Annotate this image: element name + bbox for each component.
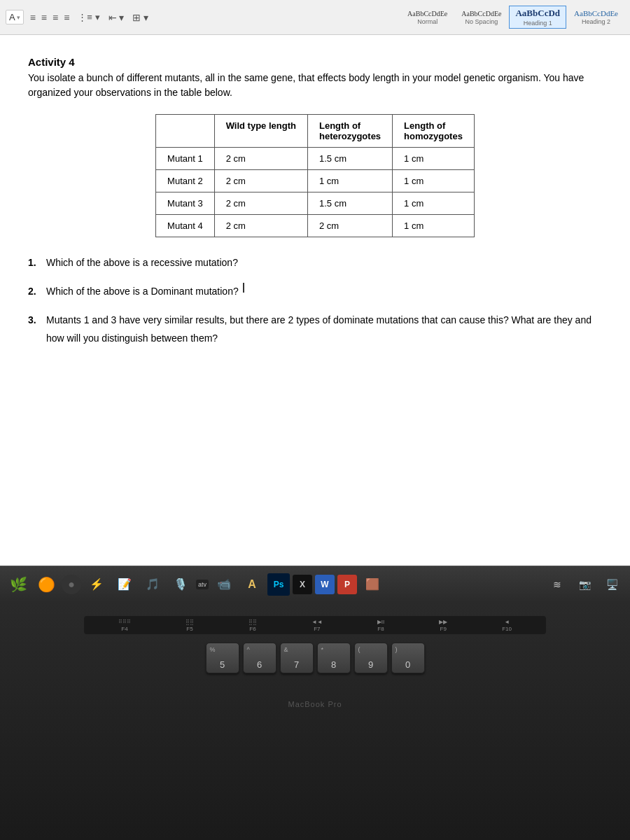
q2-text: Which of the above is a Dominant mutatio… — [46, 283, 239, 300]
fn-row-f7[interactable]: ◄◄ F7 — [307, 617, 327, 634]
fn-row-f5[interactable]: ⣿⣿ F5 — [181, 617, 198, 634]
taskbar-right: ≋ 📷 🖥️ — [545, 572, 624, 597]
key-5-top: % — [210, 646, 216, 653]
align-right-btn[interactable]: ≡ — [50, 10, 60, 24]
table-header-homo: Length ofhomozygotes — [393, 115, 475, 148]
key-7-top: & — [284, 646, 288, 653]
style-heading1-label: Heading 1 — [524, 20, 552, 27]
q1-text: Which of the above is a recessive mutati… — [46, 254, 238, 272]
style-heading2-label: Heading 2 — [582, 18, 610, 25]
toolbar-left: A ▾ ≡ ≡ ≡ ≡ ⋮≡ ▾ ⇤ ▾ ⊞ ▾ — [6, 10, 401, 24]
chrome-icon[interactable]: ● — [62, 575, 81, 594]
table-row: Mutant 1 2 cm 1.5 cm 1 cm — [156, 148, 475, 170]
key-8-top: * — [321, 646, 324, 653]
table-header-hetero: Length ofheterozygotes — [307, 115, 392, 148]
fn-row-f4[interactable]: ⠿⠿⠿ F4 — [114, 617, 135, 634]
key-8[interactable]: * 8 — [317, 643, 351, 673]
finder-icon[interactable]: 🌿 — [6, 572, 31, 597]
key-7[interactable]: & 7 — [280, 643, 314, 673]
atv-icon[interactable]: atv — [196, 580, 209, 589]
p-icon[interactable]: P — [337, 575, 357, 594]
style-heading1-preview: AaBbCcDd — [515, 8, 560, 19]
fn-row-f6[interactable]: ⣿⣿ F6 — [244, 617, 261, 634]
wifi-icon[interactable]: ≋ — [545, 572, 570, 597]
style-heading1[interactable]: AaBbCcDd Heading 1 — [509, 6, 566, 29]
mutant-1-wildtype: 2 cm — [214, 148, 307, 170]
style-normal-preview: AaBbCcDdEe — [407, 10, 447, 18]
slash-icon[interactable]: ⚡ — [84, 572, 109, 597]
alignment-group: ≡ ≡ ≡ ≡ — [28, 10, 72, 24]
notes-icon[interactable]: 📝 — [112, 572, 137, 597]
q2-number: 2. — [28, 283, 42, 300]
key-0[interactable]: ) 0 — [391, 643, 425, 673]
table-row: Mutant 3 2 cm 1.5 cm 1 cm — [156, 192, 475, 215]
key-0-top: ) — [396, 646, 398, 653]
mutant-4-hetero: 2 cm — [307, 215, 392, 237]
laptop-screen: A ▾ ≡ ≡ ≡ ≡ ⋮≡ ▾ ⇤ ▾ ⊞ ▾ AaBbCcDdEe Norm… — [0, 0, 630, 602]
keyboard-area: ⠿⠿⠿ F4 ⣿⣿ F5 ⣿⣿ F6 ◄◄ F7 ▶II F8 ▶▶ F9 ◄ … — [0, 602, 630, 840]
mutant-2-hetero: 1 cm — [307, 170, 392, 192]
podcast-icon[interactable]: 🎙️ — [168, 572, 193, 597]
mutant-3-wildtype: 2 cm — [214, 192, 307, 215]
table-btn[interactable]: ⊞ ▾ — [130, 10, 150, 24]
minecraft-icon[interactable]: 🟫 — [360, 572, 385, 597]
music-icon[interactable]: 🎵 — [140, 572, 165, 597]
align-left-btn[interactable]: ≡ — [28, 10, 38, 24]
mutant-4-label: Mutant 4 — [156, 215, 215, 237]
table-header-wildtype: Wild type length — [214, 115, 307, 148]
indent-btn[interactable]: ⇤ ▾ — [106, 10, 127, 24]
mutant-4-wildtype: 2 cm — [214, 215, 307, 237]
style-heading2-preview: AaBbCcDdEe — [574, 9, 618, 18]
launchpad-icon[interactable]: 🟠 — [34, 572, 59, 597]
mutant-4-homo: 1 cm — [393, 215, 475, 237]
fn-row-f9[interactable]: ▶▶ F9 — [435, 617, 451, 634]
align-justify-btn[interactable]: ≡ — [62, 10, 71, 24]
data-table: Wild type length Length ofheterozygotes … — [155, 114, 475, 237]
table-row: Mutant 4 2 cm 2 cm 1 cm — [156, 215, 475, 237]
style-heading2[interactable]: AaBbCcDdEe Heading 2 — [568, 7, 624, 27]
fn-row-f10[interactable]: ◄ F10 — [498, 617, 516, 634]
align-center-btn[interactable]: ≡ — [39, 10, 49, 24]
screen-icon[interactable]: 🖥️ — [599, 572, 624, 597]
key-8-main: 8 — [331, 659, 336, 670]
key-9[interactable]: ( 9 — [354, 643, 388, 673]
text-cursor — [243, 283, 244, 293]
key-5[interactable]: % 5 — [206, 643, 239, 673]
touchbar: ⠿⠿⠿ F4 ⣿⣿ F5 ⣿⣿ F6 ◄◄ F7 ▶II F8 ▶▶ F9 ◄ … — [84, 616, 546, 634]
style-normal[interactable]: AaBbCcDdEe Normal — [401, 8, 454, 27]
style-nospacing-label: No Spacing — [465, 18, 498, 25]
toolbar: A ▾ ≡ ≡ ≡ ≡ ⋮≡ ▾ ⇤ ▾ ⊞ ▾ AaBbCcDdEe Norm… — [0, 0, 630, 35]
mutant-1-label: Mutant 1 — [156, 148, 215, 170]
word-icon[interactable]: W — [315, 575, 335, 594]
mutant-2-wildtype: 2 cm — [214, 170, 307, 192]
key-6[interactable]: ^ 6 — [243, 643, 276, 673]
style-buttons: AaBbCcDdEe Normal AaBbCcDdEe No Spacing … — [401, 6, 624, 29]
key-7-main: 7 — [294, 659, 299, 670]
list-style-btn[interactable]: ⋮≡ ▾ — [76, 10, 102, 24]
table-header-mutant — [156, 115, 215, 148]
q3-text: Mutants 1 and 3 have very similar result… — [46, 312, 602, 346]
activity-description: You isolate a bunch of different mutants… — [28, 71, 602, 100]
photoshop-icon[interactable]: Ps — [267, 573, 290, 596]
video-icon[interactable]: 📷 — [572, 572, 597, 597]
mutant-3-hetero: 1.5 cm — [307, 192, 392, 215]
mutant-1-homo: 1 cm — [393, 148, 475, 170]
taskbar: 🌿 🟠 ● ⚡ 📝 🎵 🎙️ atv 📹 A Ps X W P 🟫 ≋ 📷 🖥️ — [0, 566, 630, 602]
trackpad-label: MacBook Pro — [288, 700, 342, 708]
key-5-main: 5 — [220, 659, 225, 670]
fn-row-f8[interactable]: ▶II F8 — [373, 617, 388, 634]
document-area[interactable]: Activity 4 You isolate a bunch of differ… — [0, 35, 630, 602]
mutant-1-hetero: 1.5 cm — [307, 148, 392, 170]
x-icon[interactable]: X — [293, 575, 312, 594]
q3-number: 3. — [28, 312, 42, 346]
style-no-spacing[interactable]: AaBbCcDdEe No Spacing — [455, 8, 507, 27]
facetime-icon[interactable]: 📹 — [211, 572, 237, 597]
q1-number: 1. — [28, 254, 42, 272]
font-a-icon[interactable]: A — [239, 572, 265, 597]
key-6-main: 6 — [257, 659, 262, 670]
mutant-2-label: Mutant 2 — [156, 170, 215, 192]
font-size-control[interactable]: A ▾ — [6, 10, 24, 24]
key-9-top: ( — [358, 646, 360, 653]
font-dropdown-arrow: ▾ — [17, 14, 20, 21]
questions-section: 1. Which of the above is a recessive mut… — [28, 254, 602, 347]
